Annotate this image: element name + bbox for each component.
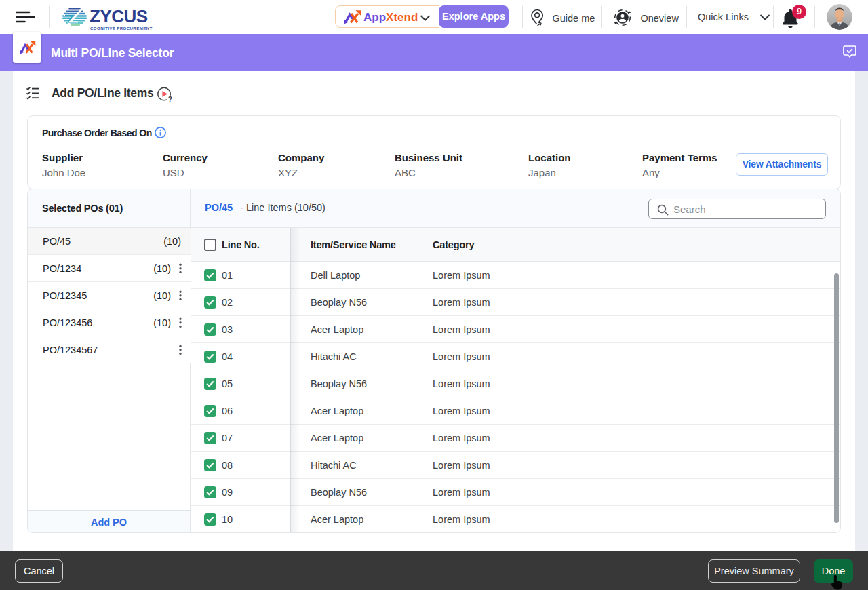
column-header-item-name: Item/Service Name bbox=[311, 228, 396, 262]
selected-pos-header: Selected POs (01) bbox=[28, 189, 190, 228]
row-checkbox[interactable] bbox=[204, 296, 216, 309]
nav-divider bbox=[814, 6, 815, 28]
left-gutter bbox=[0, 71, 13, 551]
quick-links-chevron-down-icon bbox=[760, 14, 770, 20]
table-row[interactable]: 10 Acer Laptop Lorem Ipsum bbox=[191, 506, 841, 533]
done-button[interactable]: Done bbox=[814, 559, 853, 583]
field-payment-terms: Payment Terms Any bbox=[642, 152, 717, 178]
module-title-bar: Multi PO/Line Selector bbox=[0, 34, 868, 71]
notification-badge: 9 bbox=[792, 5, 806, 19]
po-list-item[interactable]: PO/1234567 bbox=[28, 336, 191, 363]
po-summary-title: Purchase Order Based On bbox=[42, 127, 152, 138]
nav-divider bbox=[773, 6, 774, 28]
top-navigation-bar: ZYCUS COGNITIVE PROCUREMENT AppXtend Exp… bbox=[0, 0, 868, 34]
row-checkbox[interactable] bbox=[204, 378, 216, 390]
app-tab-ax-icon bbox=[19, 40, 36, 56]
row-checkbox[interactable] bbox=[204, 269, 216, 281]
po-list-item[interactable]: PO/123456 (10) bbox=[28, 309, 191, 336]
hamburger-menu-icon[interactable] bbox=[16, 10, 35, 24]
zycus-tagline: COGNITIVE PROCUREMENT bbox=[90, 26, 153, 31]
row-checkbox[interactable] bbox=[204, 459, 216, 471]
feedback-icon[interactable] bbox=[843, 45, 856, 60]
field-business-unit: Business Unit ABC bbox=[395, 152, 462, 178]
po-list-item[interactable]: PO/45 (10) bbox=[28, 228, 191, 255]
oneview-button[interactable]: Oneview bbox=[614, 9, 679, 26]
preview-summary-button[interactable]: Preview Summary bbox=[708, 559, 800, 583]
row-checkbox[interactable] bbox=[204, 351, 216, 363]
guide-me-label: Guide me bbox=[552, 13, 595, 24]
zycus-wordmark: ZYCUS bbox=[90, 7, 148, 25]
appxtend-dropdown[interactable]: AppXtend bbox=[335, 5, 439, 28]
view-attachments-button[interactable]: View Attachments bbox=[736, 153, 828, 176]
video-help-icon[interactable]: ? bbox=[157, 85, 175, 104]
column-header-line-no: Line No. bbox=[222, 228, 260, 262]
quick-links-dropdown[interactable]: Quick Links bbox=[698, 11, 770, 23]
table-header: Line No. Item/Service Name Category bbox=[191, 228, 841, 262]
footer-bar: Cancel Preview Summary Done bbox=[0, 551, 868, 590]
search-input[interactable] bbox=[673, 200, 819, 218]
zycus-logo-mark-icon bbox=[62, 8, 87, 26]
vertical-scrollbar[interactable] bbox=[834, 273, 839, 523]
po-item-menu-icon[interactable] bbox=[172, 315, 189, 331]
table-row[interactable]: 07 Acer Laptop Lorem Ipsum bbox=[191, 425, 841, 452]
frozen-column-shadow bbox=[291, 228, 300, 533]
appxtend-label: AppXtend bbox=[363, 11, 418, 24]
po-link[interactable]: PO/45 bbox=[205, 202, 233, 213]
table-row[interactable]: 09 Beoplay N56 Lorem Ipsum bbox=[191, 479, 841, 506]
add-po-button[interactable]: Add PO bbox=[28, 510, 190, 533]
oneview-icon bbox=[614, 9, 631, 26]
po-list-item[interactable]: PO/12345 (10) bbox=[28, 282, 191, 309]
search-icon bbox=[657, 204, 669, 216]
appxtend-logo-icon bbox=[343, 9, 361, 26]
po-item-menu-icon[interactable] bbox=[172, 288, 189, 304]
module-title: Multi PO/Line Selector bbox=[51, 34, 174, 71]
selected-pos-title: Selected POs (01) bbox=[42, 203, 123, 214]
po-list-item[interactable]: PO/1234 (10) bbox=[28, 255, 191, 282]
page-title: Add PO/Line Items bbox=[52, 86, 153, 100]
table-row[interactable]: 02 Beoplay N56 Lorem Ipsum bbox=[191, 289, 841, 316]
row-checkbox[interactable] bbox=[204, 486, 216, 498]
field-company: Company XYZ bbox=[278, 152, 324, 178]
row-checkbox[interactable] bbox=[204, 405, 216, 417]
table-row[interactable]: 05 Beoplay N56 Lorem Ipsum bbox=[191, 370, 841, 397]
help-question-glyph: ? bbox=[168, 96, 172, 103]
search-box bbox=[648, 199, 826, 219]
info-icon[interactable] bbox=[155, 127, 166, 138]
oneview-label: Oneview bbox=[640, 13, 678, 24]
cancel-button[interactable]: Cancel bbox=[15, 559, 63, 583]
field-location: Location Japan bbox=[528, 152, 571, 178]
row-checkbox[interactable] bbox=[204, 513, 216, 526]
table-row[interactable]: 04 Hitachi AC Lorem Ipsum bbox=[191, 343, 841, 370]
notifications-button[interactable]: 9 bbox=[781, 7, 808, 28]
table-row[interactable]: 08 Hitachi AC Lorem Ipsum bbox=[191, 452, 841, 479]
right-gutter bbox=[855, 71, 868, 551]
quick-links-label: Quick Links bbox=[698, 12, 749, 22]
nav-divider bbox=[686, 6, 687, 28]
page-heading: Add PO/Line Items ? bbox=[26, 82, 175, 104]
selected-pos-panel: Selected POs (01) PO/45 (10) PO/1234 (10… bbox=[28, 189, 191, 533]
nav-divider bbox=[601, 6, 602, 28]
guide-me-button[interactable]: Guide me bbox=[530, 8, 595, 26]
guide-me-pin-icon bbox=[530, 8, 546, 26]
nav-divider bbox=[49, 6, 50, 28]
line-items-header: PO/45 - Line Items (10/50) bbox=[191, 189, 841, 228]
field-currency: Currency USD bbox=[163, 152, 208, 178]
nav-divider bbox=[522, 6, 523, 28]
po-item-menu-icon[interactable] bbox=[172, 342, 189, 358]
appxtend-chevron-down-icon bbox=[420, 15, 431, 21]
po-item-menu-icon[interactable] bbox=[172, 260, 189, 277]
app-tab[interactable] bbox=[13, 32, 41, 63]
field-supplier: Supplier John Doe bbox=[42, 152, 85, 178]
po-line-selector-card: Selected POs (01) PO/45 (10) PO/1234 (10… bbox=[27, 189, 841, 533]
select-all-checkbox[interactable] bbox=[204, 239, 216, 251]
user-avatar[interactable] bbox=[827, 4, 852, 30]
table-row[interactable]: 01 Dell Laptop Lorem Ipsum bbox=[191, 262, 841, 289]
table-row[interactable]: 03 Acer Laptop Lorem Ipsum bbox=[191, 316, 841, 343]
table-row[interactable]: 06 Acer Laptop Lorem Ipsum bbox=[191, 397, 841, 425]
explore-apps-button[interactable]: Explore Apps bbox=[439, 5, 509, 28]
row-checkbox[interactable] bbox=[204, 323, 216, 336]
line-items-title: - Line Items (10/50) bbox=[240, 202, 326, 213]
column-header-category: Category bbox=[433, 228, 474, 262]
checklist-icon bbox=[26, 86, 39, 100]
row-checkbox[interactable] bbox=[204, 432, 216, 444]
